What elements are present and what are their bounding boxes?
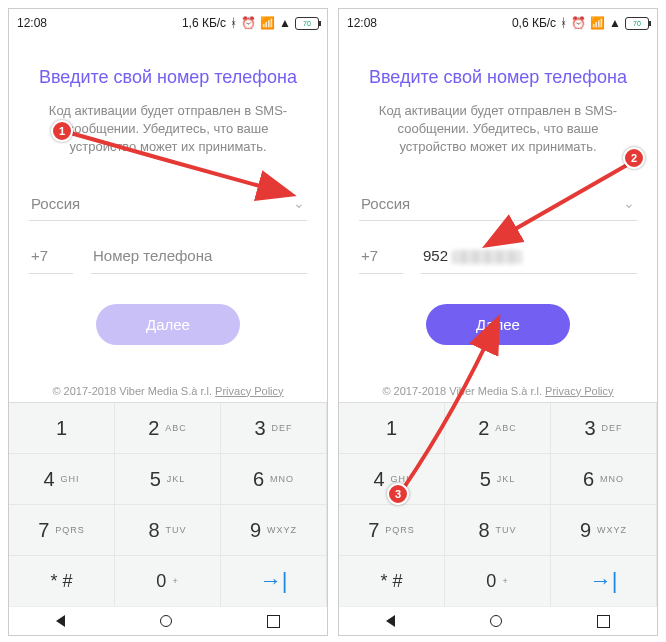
key-[interactable]: →|: [551, 556, 657, 607]
nav-recent-icon[interactable]: [597, 615, 610, 628]
key-3[interactable]: 3DEF: [221, 403, 327, 454]
net-speed: 1,6 КБ/с: [182, 16, 226, 30]
key-6[interactable]: 6MNO: [551, 454, 657, 505]
bluetooth-icon: ᚼ: [560, 16, 567, 30]
status-bar: 12:08 0,6 КБ/с ᚼ ⏰ 📶 ▲ 70: [339, 9, 657, 37]
wifi-icon: ▲: [279, 16, 291, 30]
country-selector[interactable]: Россия ⌄: [359, 187, 637, 221]
nav-back-icon[interactable]: [56, 615, 65, 627]
key-3[interactable]: 3DEF: [551, 403, 657, 454]
wifi-icon: ▲: [609, 16, 621, 30]
phone-entered: 952: [423, 247, 448, 264]
battery-icon: 70: [295, 17, 319, 30]
numeric-keypad: 12ABC3DEF4GHI5JKL6MNO7PQRS8TUV9WXYZ* #0+…: [9, 402, 327, 607]
country-code-field[interactable]: +7: [29, 241, 73, 274]
key-2[interactable]: 2ABC: [445, 403, 551, 454]
android-navbar: [339, 606, 657, 635]
nav-recent-icon[interactable]: [267, 615, 280, 628]
country-code-field[interactable]: +7: [359, 241, 403, 274]
key-5[interactable]: 5JKL: [115, 454, 221, 505]
android-navbar: [9, 606, 327, 635]
phone-placeholder: Номер телефона: [93, 247, 212, 264]
country-label: Россия: [361, 195, 410, 212]
enter-icon: →|: [260, 568, 288, 594]
chevron-down-icon: ⌄: [623, 195, 635, 211]
key-6[interactable]: 6MNO: [221, 454, 327, 505]
key-1[interactable]: 1: [9, 403, 115, 454]
screen-right: 12:08 0,6 КБ/с ᚼ ⏰ 📶 ▲ 70 Введите свой н…: [338, 8, 658, 636]
phone-input[interactable]: 952: [421, 241, 637, 274]
key-2[interactable]: 2ABC: [115, 403, 221, 454]
phone-blurred: [452, 250, 522, 264]
key-0[interactable]: 0+: [445, 556, 551, 607]
key-7[interactable]: 7PQRS: [9, 505, 115, 556]
key-9[interactable]: 9WXYZ: [551, 505, 657, 556]
clock: 12:08: [347, 16, 377, 30]
key-5[interactable]: 5JKL: [445, 454, 551, 505]
bluetooth-icon: ᚼ: [230, 16, 237, 30]
privacy-link[interactable]: Privacy Policy: [545, 385, 613, 397]
nav-back-icon[interactable]: [386, 615, 395, 627]
next-button[interactable]: Далее: [96, 304, 240, 345]
signal-icon: 📶: [260, 16, 275, 30]
battery-icon: 70: [625, 17, 649, 30]
country-label: Россия: [31, 195, 80, 212]
footer: © 2017-2018 Viber Media S.à r.l. Privacy…: [29, 385, 307, 397]
key-[interactable]: * #: [339, 556, 445, 607]
signal-icon: 📶: [590, 16, 605, 30]
privacy-link[interactable]: Privacy Policy: [215, 385, 283, 397]
alarm-icon: ⏰: [571, 16, 586, 30]
enter-icon: →|: [590, 568, 618, 594]
key-[interactable]: →|: [221, 556, 327, 607]
key-7[interactable]: 7PQRS: [339, 505, 445, 556]
annotation-badge-1: 1: [51, 120, 73, 142]
page-subtitle: Код активации будет отправлен в SMS-сооб…: [359, 102, 637, 157]
key-8[interactable]: 8TUV: [115, 505, 221, 556]
page-title: Введите свой номер телефона: [359, 67, 637, 88]
key-8[interactable]: 8TUV: [445, 505, 551, 556]
footer: © 2017-2018 Viber Media S.à r.l. Privacy…: [359, 385, 637, 397]
key-0[interactable]: 0+: [115, 556, 221, 607]
chevron-down-icon: ⌄: [293, 195, 305, 211]
alarm-icon: ⏰: [241, 16, 256, 30]
nav-home-icon[interactable]: [160, 615, 172, 627]
phone-input[interactable]: Номер телефона: [91, 241, 307, 274]
page-title: Введите свой номер телефона: [29, 67, 307, 88]
country-selector[interactable]: Россия ⌄: [29, 187, 307, 221]
nav-home-icon[interactable]: [490, 615, 502, 627]
key-[interactable]: * #: [9, 556, 115, 607]
net-speed: 0,6 КБ/с: [512, 16, 556, 30]
next-button[interactable]: Далее: [426, 304, 570, 345]
clock: 12:08: [17, 16, 47, 30]
annotation-badge-2: 2: [623, 147, 645, 169]
annotation-badge-3: 3: [387, 483, 409, 505]
key-1[interactable]: 1: [339, 403, 445, 454]
key-4[interactable]: 4GHI: [9, 454, 115, 505]
numeric-keypad: 12ABC3DEF4GHI5JKL6MNO7PQRS8TUV9WXYZ* #0+…: [339, 402, 657, 607]
status-bar: 12:08 1,6 КБ/с ᚼ ⏰ 📶 ▲ 70: [9, 9, 327, 37]
screen-left: 12:08 1,6 КБ/с ᚼ ⏰ 📶 ▲ 70 Введите свой н…: [8, 8, 328, 636]
key-9[interactable]: 9WXYZ: [221, 505, 327, 556]
